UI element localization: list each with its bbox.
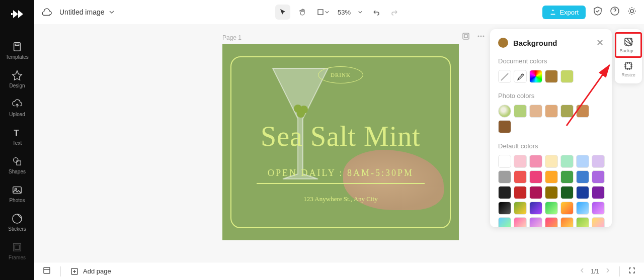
document-title[interactable]: Untitled image — [59, 8, 115, 16]
pages-panel-icon[interactable] — [42, 266, 51, 277]
close-icon[interactable]: ✕ — [596, 37, 604, 48]
text-icon: T — [12, 127, 23, 138]
cloud-save-icon[interactable] — [41, 7, 52, 18]
color-swatch[interactable] — [514, 217, 527, 227]
color-swatch[interactable] — [498, 217, 511, 227]
color-swatch[interactable] — [514, 155, 527, 168]
color-swatch[interactable] — [514, 202, 527, 215]
color-swatch[interactable] — [529, 105, 542, 118]
right-sidebar: Backgr... Resize — [615, 29, 642, 83]
redo-button[interactable] — [388, 5, 403, 20]
color-swatch[interactable] — [498, 155, 511, 168]
color-swatch[interactable] — [560, 202, 574, 215]
color-swatch[interactable] — [514, 170, 527, 183]
chevron-down-icon[interactable] — [358, 10, 363, 15]
prev-page-icon[interactable] — [579, 267, 586, 276]
crop-tool[interactable] — [315, 5, 331, 20]
sidebar-item-label: Stickers — [8, 226, 26, 232]
current-bg-swatch — [498, 38, 508, 48]
color-swatch[interactable] — [545, 155, 558, 168]
color-swatch[interactable] — [576, 186, 589, 199]
eyedropper-tool[interactable] — [514, 70, 527, 83]
sidebar-item-stickers[interactable]: Stickers — [0, 208, 34, 237]
color-swatch[interactable] — [529, 217, 542, 227]
right-sidebar-background[interactable]: Backgr... — [615, 32, 642, 58]
color-swatch[interactable] — [592, 186, 605, 199]
fullscreen-icon[interactable] — [628, 266, 636, 276]
zoom-level[interactable]: 53% — [336, 9, 353, 16]
svg-rect-13 — [464, 35, 467, 38]
color-swatch[interactable] — [498, 170, 511, 183]
color-swatch[interactable] — [576, 202, 589, 215]
document-colors-row — [498, 70, 604, 83]
svg-point-14 — [478, 36, 479, 37]
undo-button[interactable] — [368, 5, 383, 20]
color-swatch[interactable] — [514, 186, 527, 199]
color-swatch[interactable] — [529, 186, 542, 199]
add-page-button[interactable]: Add page — [70, 267, 111, 276]
color-swatch[interactable] — [560, 155, 574, 168]
help-icon[interactable] — [610, 6, 620, 18]
no-color-swatch[interactable] — [498, 70, 511, 83]
color-swatch[interactable] — [529, 202, 542, 215]
sidebar-item-shapes[interactable]: Shapes — [0, 151, 34, 179]
export-button[interactable]: Export — [542, 6, 586, 19]
background-icon — [623, 37, 633, 47]
color-swatch[interactable] — [545, 202, 558, 215]
color-swatch[interactable] — [592, 155, 605, 168]
color-swatch[interactable] — [576, 105, 589, 118]
color-swatch[interactable] — [560, 70, 574, 83]
svg-point-3 — [14, 158, 18, 162]
sidebar-item-photos[interactable]: Photos — [0, 179, 34, 208]
color-swatch[interactable] — [498, 202, 511, 215]
color-swatch[interactable] — [592, 217, 605, 227]
color-swatch[interactable] — [545, 105, 558, 118]
export-label: Export — [559, 9, 579, 16]
color-swatch[interactable] — [529, 155, 542, 168]
settings-icon[interactable] — [627, 6, 637, 18]
color-swatch[interactable] — [514, 105, 527, 118]
chevron-down-icon — [325, 10, 330, 15]
sidebar-item-text[interactable]: T Text — [0, 122, 34, 151]
color-swatch[interactable] — [498, 186, 511, 199]
sidebar-item-upload[interactable]: Upload — [0, 94, 34, 122]
color-swatch[interactable] — [498, 120, 511, 133]
color-picker-swatch[interactable] — [529, 70, 542, 83]
hand-tool[interactable] — [295, 5, 310, 20]
color-swatch[interactable] — [576, 217, 589, 227]
color-swatch[interactable] — [576, 170, 589, 183]
border-frame: DRINK Sea Salt Mint OPEN DAILY : 8AM-5:3… — [230, 56, 451, 228]
color-swatch[interactable] — [560, 186, 574, 199]
color-swatch[interactable] — [545, 170, 558, 183]
right-sidebar-resize[interactable]: Resize — [615, 58, 642, 80]
color-swatch[interactable] — [545, 186, 558, 199]
section-label-document: Document colors — [498, 57, 604, 65]
svg-rect-12 — [463, 33, 469, 39]
app-logo[interactable] — [9, 6, 25, 22]
sidebar-item-frames[interactable]: Frames — [0, 237, 34, 265]
upload-icon — [12, 99, 23, 110]
svg-point-15 — [480, 36, 482, 37]
canvas-page[interactable]: DRINK Sea Salt Mint OPEN DAILY : 8AM-5:3… — [222, 44, 459, 240]
add-page-label: Add page — [83, 267, 111, 275]
color-swatch[interactable] — [560, 105, 574, 118]
expand-page-icon[interactable] — [462, 32, 470, 42]
color-swatch[interactable] — [529, 170, 542, 183]
templates-icon — [12, 41, 23, 52]
add-page-icon — [70, 267, 79, 276]
more-options-icon[interactable] — [477, 32, 485, 42]
next-page-icon[interactable] — [604, 267, 611, 276]
color-swatch[interactable] — [560, 170, 574, 183]
color-swatch[interactable] — [592, 202, 605, 215]
color-swatch[interactable] — [498, 105, 511, 118]
design-icon — [12, 70, 23, 81]
color-swatch[interactable] — [592, 170, 605, 183]
sidebar-item-design[interactable]: Design — [0, 65, 34, 94]
color-swatch[interactable] — [545, 70, 558, 83]
color-swatch[interactable] — [560, 217, 574, 227]
sidebar-item-templates[interactable]: Templates — [0, 36, 34, 65]
shield-icon[interactable] — [593, 6, 603, 18]
color-swatch[interactable] — [545, 217, 558, 227]
select-tool[interactable] — [275, 5, 290, 20]
color-swatch[interactable] — [576, 155, 589, 168]
